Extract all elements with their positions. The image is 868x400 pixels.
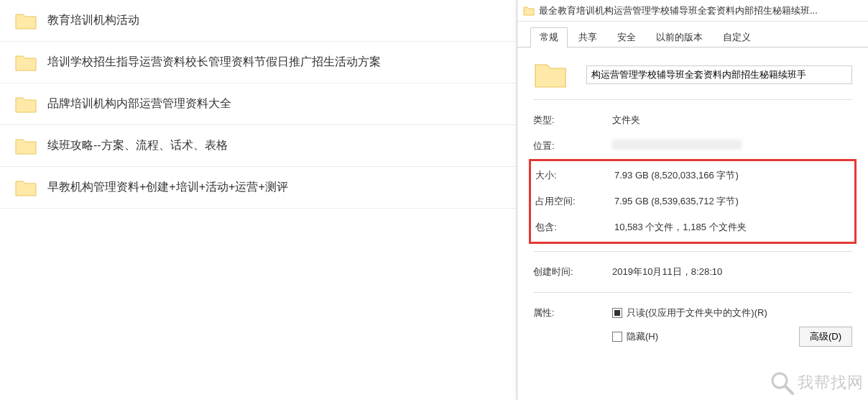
type-value: 文件夹	[612, 114, 852, 127]
folder-label: 培训学校招生指导运营资料校长管理资料节假日推广招生活动方案	[47, 55, 381, 70]
advanced-button[interactable]: 高级(D)	[799, 327, 852, 347]
folder-row[interactable]: 培训学校招生指导运营资料校长管理资料节假日推广招生活动方案	[0, 42, 517, 83]
tab-label: 自定义	[723, 32, 751, 42]
contains-label: 包含:	[535, 221, 614, 234]
folder-label: 品牌培训机构内部运营管理资料大全	[47, 96, 231, 112]
folder-row[interactable]: 教育培训机构活动	[0, 0, 517, 42]
size-label: 大小:	[535, 169, 614, 182]
folder-row[interactable]: 早教机构管理资料+创建+培训+活动+运营+测评	[0, 167, 517, 209]
size-on-disk-value: 7.95 GB (8,539,635,712 字节)	[614, 195, 850, 208]
folder-icon	[14, 95, 37, 114]
created-value: 2019年10月11日，8:28:10	[612, 265, 852, 278]
folder-icon	[14, 12, 37, 30]
contains-value: 10,583 个文件，1,185 个文件夹	[614, 221, 850, 234]
tab-security[interactable]: 安全	[608, 27, 645, 47]
folder-row[interactable]: 续班攻略--方案、流程、话术、表格	[0, 125, 517, 167]
properties-body: 类型: 文件夹 位置: 大小: 7.93 GB (8,520,033,166 字…	[517, 47, 868, 353]
tab-label: 常规	[540, 32, 558, 42]
folder-icon	[14, 178, 37, 197]
folder-icon	[523, 6, 535, 16]
tab-previous[interactable]: 以前的版本	[647, 27, 712, 47]
folder-icon	[14, 53, 37, 72]
tab-label: 安全	[617, 32, 636, 42]
tab-sharing[interactable]: 共享	[569, 27, 606, 47]
dialog-title: 最全教育培训机构运营管理学校辅导班全套资料内部招生秘籍续班...	[539, 4, 862, 17]
folder-label: 早教机构管理资料+创建+培训+活动+运营+测评	[47, 180, 288, 195]
folder-icon	[14, 137, 37, 155]
folder-label: 教育培训机构活动	[47, 13, 139, 28]
properties-dialog: 最全教育培训机构运营管理学校辅导班全套资料内部招生秘籍续班... 常规 共享 安…	[517, 0, 868, 400]
tab-label: 以前的版本	[656, 32, 703, 42]
highlight-box: 大小: 7.93 GB (8,520,033,166 字节) 占用空间: 7.9…	[529, 159, 857, 244]
created-label: 创建时间:	[533, 265, 612, 278]
hidden-label: 隐藏(H)	[627, 330, 658, 343]
readonly-label: 只读(仅应用于文件夹中的文件)(R)	[627, 306, 767, 319]
attributes-label: 属性:	[533, 306, 612, 347]
type-label: 类型:	[533, 114, 612, 127]
location-label: 位置:	[533, 140, 612, 153]
folder-list: 教育培训机构活动 培训学校招生指导运营资料校长管理资料节假日推广招生活动方案 品…	[0, 0, 517, 209]
folder-name-input[interactable]	[586, 65, 852, 84]
size-on-disk-label: 占用空间:	[535, 195, 614, 208]
tab-custom[interactable]: 自定义	[714, 27, 760, 47]
folder-row[interactable]: 品牌培训机构内部运营管理资料大全	[0, 83, 517, 125]
location-value	[612, 140, 852, 153]
tab-general[interactable]: 常规	[530, 27, 568, 47]
size-value: 7.93 GB (8,520,033,166 字节)	[614, 169, 850, 182]
folder-label: 续班攻略--方案、流程、话术、表格	[47, 138, 228, 153]
hidden-checkbox[interactable]	[612, 332, 622, 342]
tab-strip: 常规 共享 安全 以前的版本 自定义	[517, 22, 868, 47]
readonly-checkbox[interactable]	[612, 308, 622, 318]
tab-label: 共享	[578, 32, 597, 42]
titlebar[interactable]: 最全教育培训机构运营管理学校辅导班全套资料内部招生秘籍续班...	[517, 0, 868, 22]
folder-icon	[533, 60, 568, 89]
